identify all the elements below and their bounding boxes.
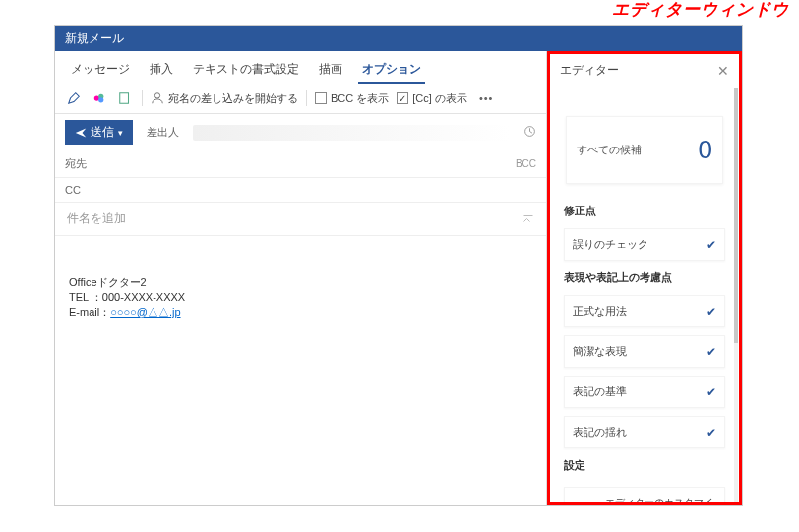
editor-customize-label: エディターのカスタマイズ bbox=[602, 496, 716, 505]
theme-colors-icon[interactable] bbox=[91, 89, 108, 107]
subject-row[interactable]: 件名を追加 bbox=[55, 203, 546, 236]
titlebar: 新規メール bbox=[55, 26, 742, 51]
check-icon: ✔ bbox=[707, 238, 716, 252]
editor-pane: エディター ✕ すべての候補 0 修正点 誤りのチェック ✔ 表現や表記上の考慮… bbox=[547, 51, 742, 505]
tab-draw[interactable]: 描画 bbox=[315, 57, 346, 84]
tab-insert[interactable]: 挿入 bbox=[146, 57, 177, 84]
check-icon: ✔ bbox=[707, 426, 716, 440]
settings-section-title: 設定 bbox=[550, 452, 739, 479]
send-label: 送信 bbox=[91, 124, 114, 141]
option-error-check[interactable]: 誤りのチェック ✔ bbox=[564, 228, 725, 261]
tab-message[interactable]: メッセージ bbox=[67, 57, 134, 84]
corrections-section-title: 修正点 bbox=[550, 198, 739, 224]
toolbar-divider bbox=[142, 90, 143, 106]
window-title: 新規メール bbox=[65, 30, 124, 47]
compose-window: 新規メール メッセージ 挿入 テキストの書式設定 描画 オプション bbox=[54, 25, 743, 506]
cc-field-label[interactable]: CC bbox=[65, 184, 104, 196]
from-value-redacted[interactable] bbox=[193, 125, 510, 141]
options-toolbar: 宛名の差し込みを開始する BCC を表示 [Cc] の表示 ••• bbox=[55, 84, 546, 114]
from-label: 差出人 bbox=[147, 125, 179, 140]
option-label: 簡潔な表現 bbox=[573, 344, 627, 359]
suggestions-count: 0 bbox=[699, 135, 712, 165]
send-icon bbox=[75, 127, 87, 139]
editor-header: エディター ✕ bbox=[550, 54, 739, 87]
page-color-icon[interactable] bbox=[116, 89, 134, 107]
option-label: 正式な用法 bbox=[573, 304, 627, 319]
editor-scrollbar-thumb[interactable] bbox=[734, 88, 738, 343]
bcc-link[interactable]: BCC bbox=[516, 158, 536, 169]
option-label: 表記の揺れ bbox=[573, 425, 627, 440]
toolbar-divider-2 bbox=[306, 90, 307, 106]
message-body[interactable]: Officeドクター2 TEL ：000-XXXX-XXXX E-mail：○○… bbox=[55, 236, 546, 505]
send-row: 送信 ▾ 差出人 bbox=[55, 114, 546, 150]
svg-point-2 bbox=[98, 97, 103, 102]
subject-placeholder: 件名を追加 bbox=[67, 210, 126, 227]
suggestions-label: すべての候補 bbox=[577, 143, 642, 157]
signature-name: Officeドクター2 bbox=[69, 275, 532, 290]
check-icon: ✔ bbox=[707, 305, 716, 319]
more-options-button[interactable]: ••• bbox=[475, 92, 498, 104]
svg-rect-3 bbox=[120, 93, 129, 104]
option-label: 誤りのチェック bbox=[573, 237, 648, 252]
check-icon: ✔ bbox=[707, 385, 716, 399]
svg-point-4 bbox=[154, 93, 159, 98]
cc-field-row: CC bbox=[55, 178, 546, 203]
bcc-checkbox bbox=[315, 92, 327, 104]
person-icon bbox=[151, 91, 164, 105]
send-button[interactable]: 送信 ▾ bbox=[65, 120, 133, 145]
tab-options[interactable]: オプション bbox=[358, 57, 425, 84]
cc-label: [Cc] の表示 bbox=[412, 91, 467, 106]
option-formal-usage[interactable]: 正式な用法 ✔ bbox=[564, 295, 725, 327]
email-link[interactable]: ○○○○@△△.jp bbox=[110, 306, 180, 318]
bcc-toggle[interactable]: BCC を表示 bbox=[315, 91, 389, 106]
cc-checkbox bbox=[397, 92, 408, 104]
close-icon[interactable]: ✕ bbox=[717, 63, 729, 79]
email-label: E-mail： bbox=[69, 306, 110, 318]
to-label[interactable]: 宛先 bbox=[65, 156, 104, 171]
editor-customize-button[interactable]: エディターのカスタマイズ bbox=[564, 487, 725, 505]
editor-title: エディター bbox=[560, 62, 619, 79]
ribbon-tabs: メッセージ 挿入 テキストの書式設定 描画 オプション bbox=[55, 51, 546, 84]
svg-point-7 bbox=[577, 503, 581, 505]
option-concise[interactable]: 簡潔な表現 ✔ bbox=[564, 335, 725, 368]
bcc-label: BCC を表示 bbox=[331, 91, 389, 106]
main-pane: メッセージ 挿入 テキストの書式設定 描画 オプション bbox=[55, 51, 547, 505]
expand-draft-icon[interactable] bbox=[522, 211, 534, 226]
check-icon: ✔ bbox=[707, 345, 716, 359]
option-notation-standard[interactable]: 表記の基準 ✔ bbox=[564, 376, 725, 408]
refinements-section-title: 表現や表記上の考慮点 bbox=[550, 265, 739, 291]
tel-label: TEL ： bbox=[69, 291, 102, 303]
sliders-icon bbox=[573, 501, 592, 505]
suggestions-card[interactable]: すべての候補 0 bbox=[566, 116, 723, 184]
signature-tel-line: TEL ：000-XXXX-XXXX bbox=[69, 290, 532, 305]
tab-text-format[interactable]: テキストの書式設定 bbox=[189, 57, 303, 84]
signature-email-line: E-mail：○○○○@△△.jp bbox=[69, 305, 532, 320]
mailmerge-label: 宛名の差し込みを開始する bbox=[168, 91, 298, 106]
option-label: 表記の基準 bbox=[573, 384, 627, 399]
editor-window-callout: エディターウィンドウ bbox=[612, 0, 789, 21]
to-field-row: 宛先 BCC bbox=[55, 150, 546, 178]
mailmerge-button[interactable]: 宛名の差し込みを開始する bbox=[151, 91, 298, 106]
option-notation-inconsistency[interactable]: 表記の揺れ ✔ bbox=[564, 416, 725, 448]
schedule-icon[interactable] bbox=[523, 125, 536, 141]
pen-icon[interactable] bbox=[65, 89, 83, 107]
cc-toggle[interactable]: [Cc] の表示 bbox=[397, 91, 467, 106]
tel-number: 000-XXXX-XXXX bbox=[102, 291, 185, 303]
send-split-chevron: ▾ bbox=[118, 128, 123, 138]
